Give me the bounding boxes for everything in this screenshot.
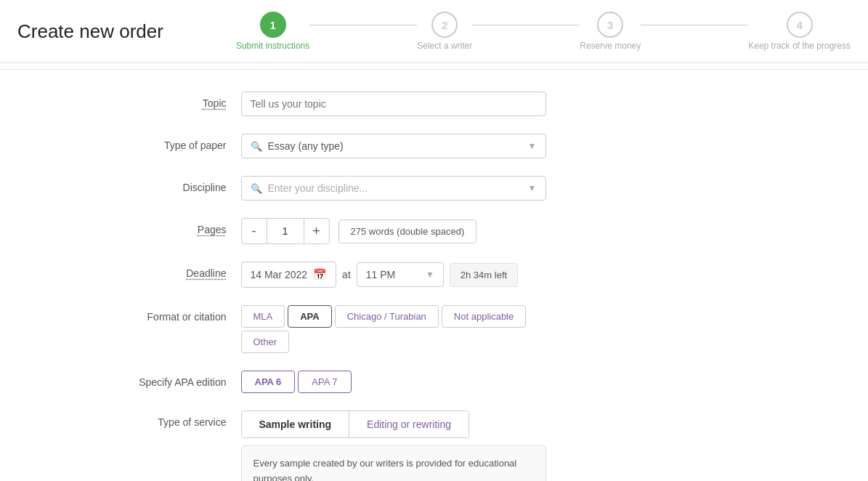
paper-type-label: Type of paper bbox=[125, 134, 241, 151]
pages-increment-button[interactable]: + bbox=[304, 218, 330, 244]
service-info-box: Every sample created by our writers is p… bbox=[241, 445, 546, 481]
page-title: Create new order bbox=[17, 20, 163, 43]
topic-row: Topic bbox=[125, 92, 744, 116]
words-badge: 275 words (double spaced) bbox=[338, 219, 477, 243]
discipline-control: 🔍 Enter your discipline... ▼ bbox=[241, 176, 546, 201]
service-sample-button[interactable]: Sample writing bbox=[242, 411, 350, 437]
at-label: at bbox=[342, 269, 351, 280]
apa-edition-buttons: APA 6 APA 7 bbox=[241, 371, 546, 393]
apa6-button[interactable]: APA 6 bbox=[241, 371, 296, 393]
deadline-date-picker[interactable]: 14 Mar 2022 📅 bbox=[241, 262, 337, 288]
apa-edition-label: Specify APA edition bbox=[125, 371, 241, 388]
paper-type-select[interactable]: 🔍 Essay (any type) ▼ bbox=[241, 134, 546, 158]
step-2[interactable]: 2 Select a writer bbox=[417, 12, 472, 51]
discipline-row: Discipline 🔍 Enter your discipline... ▼ bbox=[125, 176, 744, 201]
apa-edition-row: Specify APA edition APA 6 APA 7 bbox=[125, 371, 744, 393]
citation-mla-button[interactable]: MLA bbox=[241, 305, 285, 328]
pages-stepper: - 1 + bbox=[241, 218, 330, 244]
paper-type-value: Essay (any type) bbox=[268, 140, 344, 152]
citation-chicago-button[interactable]: Chicago / Turabian bbox=[335, 305, 439, 328]
deadline-label: Deadline bbox=[125, 262, 241, 279]
deadline-date-value: 14 Mar 2022 bbox=[251, 269, 308, 280]
citation-na-button[interactable]: Not applicable bbox=[442, 305, 526, 328]
topic-input[interactable] bbox=[241, 92, 546, 116]
deadline-time-value: 11 PM bbox=[366, 269, 395, 280]
step-line-1 bbox=[309, 25, 417, 25]
apa-edition-control: APA 6 APA 7 bbox=[241, 371, 546, 393]
deadline-time-select[interactable]: 11 PM ▼ bbox=[357, 262, 444, 287]
step-line-2 bbox=[472, 25, 580, 25]
pages-value: 1 bbox=[267, 218, 304, 244]
chevron-down-icon: ▼ bbox=[528, 141, 537, 151]
citation-apa-button[interactable]: APA bbox=[288, 305, 331, 328]
step-3-label: Reserve money bbox=[580, 41, 641, 51]
step-4-label: Keep track of the progress bbox=[748, 41, 851, 51]
pages-row: Pages - 1 + 275 words (double spaced) bbox=[125, 218, 744, 244]
step-1-circle: 1 bbox=[260, 12, 286, 38]
service-row: Type of service Sample writing Editing o… bbox=[125, 411, 744, 481]
step-2-label: Select a writer bbox=[417, 41, 472, 51]
discipline-select[interactable]: 🔍 Enter your discipline... ▼ bbox=[241, 176, 546, 201]
search-icon: 🔍 bbox=[251, 141, 262, 152]
service-buttons: Sample writing Editing or rewriting bbox=[241, 411, 470, 438]
search-icon-discipline: 🔍 bbox=[251, 183, 262, 194]
pages-decrement-button[interactable]: - bbox=[241, 218, 267, 244]
pages-control-wrapper: - 1 + 275 words (double spaced) bbox=[241, 218, 546, 244]
discipline-label: Discipline bbox=[125, 176, 241, 193]
step-2-circle: 2 bbox=[431, 12, 458, 38]
service-control: Sample writing Editing or rewriting Ever… bbox=[241, 411, 546, 481]
paper-type-control: 🔍 Essay (any type) ▼ bbox=[241, 134, 546, 158]
step-1[interactable]: 1 Submit instructions bbox=[236, 12, 309, 51]
service-label: Type of service bbox=[125, 411, 241, 428]
apa7-button[interactable]: APA 7 bbox=[298, 371, 351, 393]
deadline-control: 14 Mar 2022 📅 at 11 PM ▼ 2h 34m left bbox=[241, 262, 546, 288]
chevron-down-icon-discipline: ▼ bbox=[528, 183, 537, 193]
discipline-placeholder: Enter your discipline... bbox=[268, 182, 368, 194]
step-3-circle: 3 bbox=[597, 12, 623, 38]
stepper: 1 Submit instructions 2 Select a writer … bbox=[236, 12, 851, 51]
paper-type-row: Type of paper 🔍 Essay (any type) ▼ bbox=[125, 134, 744, 158]
citation-other-button[interactable]: Other bbox=[241, 331, 290, 353]
header: Create new order 1 Submit instructions 2… bbox=[0, 0, 868, 63]
topic-label: Topic bbox=[125, 92, 241, 109]
pages-label: Pages bbox=[125, 218, 241, 235]
step-4-circle: 4 bbox=[787, 12, 813, 38]
step-4[interactable]: 4 Keep track of the progress bbox=[748, 12, 851, 51]
citation-buttons: MLA APA Chicago / Turabian Not applicabl… bbox=[241, 305, 546, 353]
deadline-row: Deadline 14 Mar 2022 📅 at 11 PM ▼ 2h 34m… bbox=[125, 262, 744, 288]
time-left-badge: 2h 34m left bbox=[450, 263, 518, 287]
citation-control: MLA APA Chicago / Turabian Not applicabl… bbox=[241, 305, 546, 353]
step-line-3 bbox=[641, 25, 748, 25]
service-editing-button[interactable]: Editing or rewriting bbox=[349, 411, 469, 437]
chevron-down-icon-time: ▼ bbox=[426, 270, 434, 280]
step-1-label: Submit instructions bbox=[236, 41, 309, 51]
step-3[interactable]: 3 Reserve money bbox=[580, 12, 641, 51]
calendar-icon: 📅 bbox=[313, 268, 327, 281]
citation-row: Format or citation MLA APA Chicago / Tur… bbox=[125, 305, 744, 353]
form-container: Topic Type of paper 🔍 Essay (any type) ▼… bbox=[108, 92, 761, 481]
citation-label: Format or citation bbox=[125, 305, 241, 323]
topic-control bbox=[241, 92, 546, 116]
